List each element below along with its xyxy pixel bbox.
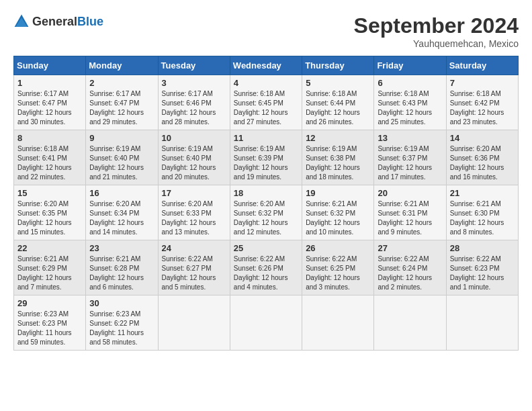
day-cell-9: 9Sunrise: 6:19 AMSunset: 6:40 PMDaylight… [86, 130, 158, 185]
day-info: Sunrise: 6:17 AMSunset: 6:47 PMDaylight:… [17, 89, 82, 127]
day-number: 12 [306, 133, 370, 143]
day-number: 5 [306, 78, 370, 88]
week-row-2: 8Sunrise: 6:18 AMSunset: 6:41 PMDaylight… [14, 130, 519, 185]
day-info: Sunrise: 6:23 AMSunset: 6:22 PMDaylight:… [89, 310, 154, 347]
day-cell-23: 23Sunrise: 6:21 AMSunset: 6:28 PMDayligh… [86, 240, 158, 295]
day-info: Sunrise: 6:22 AMSunset: 6:24 PMDaylight:… [378, 255, 442, 292]
day-info: Sunrise: 6:19 AMSunset: 6:40 PMDaylight:… [162, 144, 226, 182]
day-number: 16 [89, 188, 154, 198]
title-area: September 2024 Yauhquemehcan, Mexico [354, 13, 519, 49]
header-cell-sunday: Sunday [14, 56, 86, 75]
day-number: 15 [17, 188, 82, 198]
day-info: Sunrise: 6:19 AMSunset: 6:38 PMDaylight:… [306, 144, 370, 182]
day-number: 23 [89, 243, 154, 253]
day-number: 11 [234, 133, 298, 143]
day-number: 7 [450, 78, 515, 88]
header-cell-thursday: Thursday [302, 56, 374, 75]
day-cell-27: 27Sunrise: 6:22 AMSunset: 6:24 PMDayligh… [374, 240, 446, 295]
day-cell-11: 11Sunrise: 6:19 AMSunset: 6:39 PMDayligh… [230, 130, 302, 185]
logo: GeneralBlue [13, 13, 103, 30]
day-cell-22: 22Sunrise: 6:21 AMSunset: 6:29 PMDayligh… [14, 240, 86, 295]
day-info: Sunrise: 6:18 AMSunset: 6:43 PMDaylight:… [378, 89, 442, 127]
calendar-table: SundayMondayTuesdayWednesdayThursdayFrid… [13, 56, 519, 351]
header: GeneralBlue September 2024 Yauhquemehcan… [13, 13, 519, 49]
day-info: Sunrise: 6:19 AMSunset: 6:37 PMDaylight:… [378, 144, 442, 182]
day-number: 9 [89, 133, 154, 143]
logo-icon [13, 13, 30, 30]
day-info: Sunrise: 6:21 AMSunset: 6:29 PMDaylight:… [17, 255, 82, 292]
day-number: 20 [378, 188, 442, 198]
day-cell-13: 13Sunrise: 6:19 AMSunset: 6:37 PMDayligh… [374, 130, 446, 185]
day-cell-18: 18Sunrise: 6:20 AMSunset: 6:32 PMDayligh… [230, 185, 302, 240]
day-number: 30 [89, 298, 154, 308]
day-number: 26 [306, 243, 370, 253]
header-cell-friday: Friday [374, 56, 446, 75]
day-number: 18 [234, 188, 298, 198]
day-cell-12: 12Sunrise: 6:19 AMSunset: 6:38 PMDayligh… [302, 130, 374, 185]
day-cell-29: 29Sunrise: 6:23 AMSunset: 6:23 PMDayligh… [14, 295, 86, 351]
day-number: 19 [306, 188, 370, 198]
day-info: Sunrise: 6:19 AMSunset: 6:40 PMDaylight:… [89, 144, 154, 182]
day-info: Sunrise: 6:21 AMSunset: 6:31 PMDaylight:… [378, 199, 442, 237]
day-number: 29 [17, 298, 82, 308]
day-number: 13 [378, 133, 442, 143]
day-info: Sunrise: 6:18 AMSunset: 6:41 PMDaylight:… [17, 144, 82, 182]
day-info: Sunrise: 6:20 AMSunset: 6:32 PMDaylight:… [234, 199, 298, 237]
day-info: Sunrise: 6:20 AMSunset: 6:34 PMDaylight:… [89, 199, 154, 237]
header-row: SundayMondayTuesdayWednesdayThursdayFrid… [14, 56, 519, 75]
empty-cell [446, 295, 518, 351]
day-cell-14: 14Sunrise: 6:20 AMSunset: 6:36 PMDayligh… [446, 130, 518, 185]
day-info: Sunrise: 6:21 AMSunset: 6:30 PMDaylight:… [450, 199, 515, 237]
day-cell-1: 1Sunrise: 6:17 AMSunset: 6:47 PMDaylight… [14, 75, 86, 130]
day-info: Sunrise: 6:20 AMSunset: 6:36 PMDaylight:… [450, 144, 515, 182]
month-title: September 2024 [354, 13, 519, 38]
day-number: 24 [162, 243, 226, 253]
day-number: 22 [17, 243, 82, 253]
day-info: Sunrise: 6:19 AMSunset: 6:39 PMDaylight:… [234, 144, 298, 182]
day-info: Sunrise: 6:18 AMSunset: 6:44 PMDaylight:… [306, 89, 370, 127]
day-cell-28: 28Sunrise: 6:22 AMSunset: 6:23 PMDayligh… [446, 240, 518, 295]
day-info: Sunrise: 6:17 AMSunset: 6:46 PMDaylight:… [162, 89, 226, 127]
day-number: 25 [234, 243, 298, 253]
logo-general: GeneralBlue [32, 15, 103, 29]
day-info: Sunrise: 6:21 AMSunset: 6:32 PMDaylight:… [306, 199, 370, 237]
day-info: Sunrise: 6:17 AMSunset: 6:47 PMDaylight:… [89, 89, 154, 127]
day-cell-2: 2Sunrise: 6:17 AMSunset: 6:47 PMDaylight… [86, 75, 158, 130]
day-info: Sunrise: 6:21 AMSunset: 6:28 PMDaylight:… [89, 255, 154, 292]
day-info: Sunrise: 6:20 AMSunset: 6:33 PMDaylight:… [162, 199, 226, 237]
location-title: Yauhquemehcan, Mexico [354, 38, 519, 49]
day-number: 4 [234, 78, 298, 88]
day-cell-7: 7Sunrise: 6:18 AMSunset: 6:42 PMDaylight… [446, 75, 518, 130]
week-row-5: 29Sunrise: 6:23 AMSunset: 6:23 PMDayligh… [14, 295, 519, 351]
header-cell-monday: Monday [86, 56, 158, 75]
empty-cell [302, 295, 374, 351]
day-cell-19: 19Sunrise: 6:21 AMSunset: 6:32 PMDayligh… [302, 185, 374, 240]
day-cell-26: 26Sunrise: 6:22 AMSunset: 6:25 PMDayligh… [302, 240, 374, 295]
day-info: Sunrise: 6:23 AMSunset: 6:23 PMDaylight:… [17, 310, 82, 347]
day-cell-30: 30Sunrise: 6:23 AMSunset: 6:22 PMDayligh… [86, 295, 158, 351]
day-cell-4: 4Sunrise: 6:18 AMSunset: 6:45 PMDaylight… [230, 75, 302, 130]
day-info: Sunrise: 6:22 AMSunset: 6:27 PMDaylight:… [162, 255, 226, 292]
day-cell-20: 20Sunrise: 6:21 AMSunset: 6:31 PMDayligh… [374, 185, 446, 240]
day-number: 28 [450, 243, 515, 253]
header-cell-saturday: Saturday [446, 56, 518, 75]
day-cell-6: 6Sunrise: 6:18 AMSunset: 6:43 PMDaylight… [374, 75, 446, 130]
day-info: Sunrise: 6:22 AMSunset: 6:26 PMDaylight:… [234, 255, 298, 292]
day-info: Sunrise: 6:18 AMSunset: 6:45 PMDaylight:… [234, 89, 298, 127]
day-info: Sunrise: 6:18 AMSunset: 6:42 PMDaylight:… [450, 89, 515, 127]
week-row-1: 1Sunrise: 6:17 AMSunset: 6:47 PMDaylight… [14, 75, 519, 130]
day-cell-17: 17Sunrise: 6:20 AMSunset: 6:33 PMDayligh… [158, 185, 230, 240]
empty-cell [158, 295, 230, 351]
day-cell-8: 8Sunrise: 6:18 AMSunset: 6:41 PMDaylight… [14, 130, 86, 185]
day-info: Sunrise: 6:20 AMSunset: 6:35 PMDaylight:… [17, 199, 82, 237]
week-row-3: 15Sunrise: 6:20 AMSunset: 6:35 PMDayligh… [14, 185, 519, 240]
day-cell-16: 16Sunrise: 6:20 AMSunset: 6:34 PMDayligh… [86, 185, 158, 240]
empty-cell [230, 295, 302, 351]
header-cell-tuesday: Tuesday [158, 56, 230, 75]
day-number: 6 [378, 78, 442, 88]
day-cell-5: 5Sunrise: 6:18 AMSunset: 6:44 PMDaylight… [302, 75, 374, 130]
header-cell-wednesday: Wednesday [230, 56, 302, 75]
day-number: 3 [162, 78, 226, 88]
day-number: 17 [162, 188, 226, 198]
day-number: 14 [450, 133, 515, 143]
